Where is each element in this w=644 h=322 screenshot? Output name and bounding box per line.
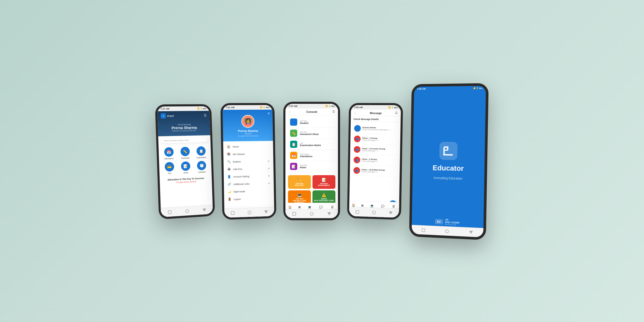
- phone1-logo: e eluper: [160, 113, 174, 118]
- p3-home-icon: 🏠: [288, 206, 292, 209]
- user-avatar: 👩‍🏫: [241, 115, 255, 128]
- assignment-btn[interactable]: 📝 Add NewASSIGNMENT: [312, 175, 335, 189]
- drawer-item-logout[interactable]: 🚪 Logout: [224, 194, 274, 203]
- drawer-item-addons[interactable]: ➕ Add-Ons ▼: [224, 165, 274, 173]
- console-notes-item[interactable]: 📝 Add New Notes: [288, 161, 335, 172]
- console-exam-item[interactable]: 📋 Add Examination Marks: [288, 139, 335, 150]
- phone4-btn-square[interactable]: [355, 210, 359, 214]
- phone3-time: 7:27 AM: [289, 105, 297, 107]
- phone3: 7:27 AM 📶🔋65% ← Console ☰ 👤 Add New: [283, 102, 340, 220]
- phone2-btn-circle[interactable]: [248, 210, 251, 214]
- attendance-icon-item[interactable]: 📅 Attendance: [162, 147, 176, 160]
- phone1-btn-square[interactable]: [168, 210, 172, 214]
- schedule-label: Schedule: [198, 171, 206, 173]
- phone2-inner: ✕ 👩‍🏫 Prerna Sharma Teacher E-Luper Demo…: [223, 110, 274, 220]
- fee-icon: 💳: [165, 162, 174, 172]
- fee-icon-item[interactable]: 💳 Fee: [162, 162, 176, 174]
- phone2-btn-square[interactable]: [231, 211, 235, 215]
- drawer-header: ✕ 👩‍🏫 Prerna Sharma Teacher E-Luper Demo…: [223, 110, 273, 142]
- schedule-icon: 🕐: [197, 161, 206, 170]
- phone5-wrapper: 7:50 AM 📶🔋 62% Educator: [410, 84, 487, 238]
- assignment-label: Add NewASSIGNMENT: [318, 183, 330, 186]
- school-admin-preview: Check School Admin Messages >>: [362, 129, 397, 131]
- drawer-explore-label: Explore: [233, 160, 241, 163]
- explore-drawer-icon: 🔍: [227, 160, 231, 163]
- msg-class12comm[interactable]: 👥 Class : 12-Comm Group Check Messages >…: [352, 144, 398, 156]
- console-back-icon[interactable]: ←: [289, 110, 291, 113]
- phone2-wrapper: 7:51 AM 📶🔋62% ✕ 👩‍🏫 Prerna Sharma Teache…: [222, 103, 276, 219]
- phone5-btn-triangle[interactable]: [469, 231, 473, 234]
- msg-class12nmed[interactable]: 👥 Class : 12-N-Med Group Check Messages …: [352, 165, 398, 177]
- splash-footer: EC AN EPIC CODER INITIATIVE: [435, 218, 460, 226]
- phones-container: 7:27 AM 📶 🔋 65% e eluper ☰ Go: [0, 0, 644, 322]
- phone1-icon-grid: 📅 Attendance ✏️ Homework 📋 Examination 💳…: [158, 144, 211, 177]
- console-attendance-item[interactable]: 📅 Add Today's Attendance: [288, 150, 335, 161]
- console-student-item[interactable]: 👤 Add New Student: [288, 117, 335, 128]
- examination-icon-item[interactable]: 📋 Examination: [194, 146, 208, 159]
- notes-console-icon: 📝: [290, 163, 297, 170]
- online-class-label: Add NewONLINE CLASS SCHEDULE: [293, 198, 306, 203]
- p3-console-icon: 💻: [308, 206, 311, 209]
- console-title: Console: [291, 110, 332, 113]
- msg-list: 👤 School Admin Check School Admin Messag…: [350, 122, 401, 178]
- homework-icon-item[interactable]: ✏️ Homework: [178, 147, 192, 159]
- phone1-search[interactable]: Search Student Name Here: [161, 137, 208, 143]
- phone3-btn-circle[interactable]: [310, 212, 313, 216]
- p4-message-icon: 💬: [381, 205, 385, 208]
- msg-menu-icon[interactable]: ☰: [395, 111, 397, 115]
- splash-screen: 7:50 AM 📶🔋 62% Educator: [412, 86, 486, 238]
- msg-page-title: Message: [359, 111, 393, 115]
- drawer-item-explore[interactable]: 🔍 Explore ▼: [223, 157, 273, 165]
- console-homework-item[interactable]: ✏️ Add New Homework Sheet: [288, 128, 335, 139]
- phone3-bottom-bar: [285, 209, 338, 218]
- phone3-btn-triangle[interactable]: [327, 212, 331, 215]
- class12comm-avatar: 👥: [354, 146, 360, 153]
- drawer-item-home[interactable]: 🏠 Home: [223, 142, 273, 151]
- phone1-btn-circle[interactable]: [185, 209, 189, 213]
- hamburger-icon[interactable]: ☰: [204, 114, 207, 117]
- drawer-links-label: Additional Links: [233, 182, 249, 185]
- mcq-test-btn[interactable]: ✏️ Add NewMCQ TEST: [288, 175, 311, 189]
- p3-timeline-icon: ☰: [331, 206, 334, 209]
- bus-label: UpdateBUS TRACKING CODE: [314, 198, 334, 201]
- phone2-bottom-bar: [224, 207, 274, 218]
- p4-timeline-icon: ☰: [392, 205, 395, 208]
- phone4-wrapper: 7:50 AM 📶🔋62% ← Message ☰ Check Message …: [348, 103, 402, 219]
- phone5-btn-square[interactable]: [422, 228, 425, 232]
- phone1-logo-icon: e: [160, 113, 166, 118]
- msg-back-icon[interactable]: ←: [354, 111, 357, 114]
- phone5-btn-circle[interactable]: [445, 229, 449, 233]
- drawer-item-account[interactable]: 👤 Account Setting ▼: [224, 172, 274, 181]
- msg-school-admin[interactable]: 👤 School Admin Check School Admin Messag…: [353, 123, 399, 134]
- schedule-icon-item[interactable]: 🕐 Schedule: [195, 161, 208, 173]
- phone3-status-bar: 7:27 AM 📶🔋65%: [285, 104, 338, 108]
- drawer-school: E-Luper Demo School: [226, 134, 270, 137]
- phone1-wrapper: 7:27 AM 📶 🔋 65% e eluper ☰ Go: [157, 104, 214, 218]
- phone4: 7:50 AM 📶🔋62% ← Message ☰ Check Message …: [347, 103, 403, 220]
- phone1-header: e eluper ☰ Good Morning Prerna Sharma We…: [157, 111, 210, 136]
- drawer-addons-label: Add-Ons: [233, 168, 242, 171]
- drawer-account-label: Account Setting: [233, 175, 249, 178]
- phone3-btn-square[interactable]: [292, 212, 296, 216]
- phone1-inner: e eluper ☰ Good Morning Prerna Sharma We…: [157, 111, 213, 219]
- console-list: 👤 Add New Student ✏️ Add New Homework Sh…: [285, 115, 338, 174]
- phone1-time: 7:27 AM: [160, 107, 169, 110]
- drawer-close-btn[interactable]: ✕: [267, 112, 270, 115]
- msg-class1[interactable]: 👥 Class : 1 Group Check Messages >>: [352, 134, 398, 145]
- class1-avatar: 👥: [354, 135, 361, 142]
- phone4-time: 7:50 AM: [354, 106, 363, 109]
- drawer-item-classes[interactable]: 📚 My Classes: [223, 150, 273, 158]
- phone4-inner: ← Message ☰ Check Message Details 👤 Scho…: [349, 110, 401, 220]
- class2-avatar: 👥: [354, 157, 360, 163]
- msg-class2[interactable]: 👥 Class : 2 Group Check Messages >>: [352, 155, 398, 166]
- explore-arrow-icon: ▼: [267, 160, 270, 162]
- notes-title: Notes: [300, 166, 333, 169]
- notes-icon-item[interactable]: 📝 Notes: [179, 161, 193, 174]
- phone2-btn-triangle[interactable]: [264, 210, 268, 213]
- console-menu-icon[interactable]: ☰: [332, 110, 335, 113]
- phone4-btn-circle[interactable]: [372, 210, 376, 214]
- exam-add-label: Add: [300, 142, 333, 144]
- phone4-btn-triangle[interactable]: [389, 211, 392, 214]
- phone1-btn-triangle[interactable]: [202, 208, 206, 212]
- phone3-inner: ← Console ☰ 👤 Add New Student ✏️: [285, 108, 338, 220]
